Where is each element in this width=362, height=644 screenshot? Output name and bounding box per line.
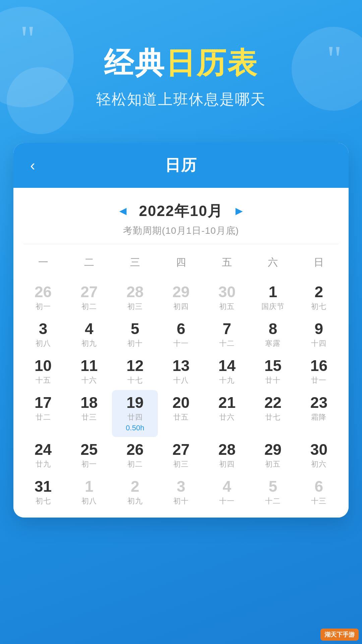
lunar-text: 初五 <box>219 302 235 312</box>
day-number: 22 <box>264 395 282 410</box>
hero-title-part1: 经典 <box>104 46 166 79</box>
weekday-sat: 六 <box>250 252 296 273</box>
calendar-cell[interactable]: 27初三 <box>158 437 204 474</box>
calendar-cell[interactable]: 14十九 <box>204 353 250 390</box>
day-number: 12 <box>126 358 143 373</box>
lunar-text: 寒露 <box>265 338 281 348</box>
lunar-text: 初二 <box>127 459 143 469</box>
calendar-cell[interactable]: 23霜降 <box>296 390 342 437</box>
day-number: 24 <box>35 442 52 457</box>
day-number: 28 <box>219 442 236 457</box>
day-number: 9 <box>315 321 323 336</box>
day-number: 27 <box>172 442 189 457</box>
weekday-sun: 日 <box>296 252 342 273</box>
month-label: 2022年10月 <box>139 201 223 221</box>
day-number: 10 <box>35 358 52 373</box>
calendar-cell[interactable]: 30初六 <box>296 437 342 474</box>
calendar-cell[interactable]: 6十三 <box>296 474 342 511</box>
calendar-cell[interactable]: 2初九 <box>112 474 158 511</box>
calendar-cell[interactable]: 5初十 <box>112 316 158 353</box>
lunar-text: 廿一 <box>311 375 326 385</box>
calendar-cell[interactable]: 30初五 <box>204 279 250 316</box>
lunar-text: 初二 <box>81 302 97 312</box>
calendar-cell[interactable]: 6十一 <box>158 316 204 353</box>
lunar-text: 初十 <box>127 338 143 348</box>
day-number: 6 <box>315 479 323 494</box>
calendar-cell[interactable]: 8寒露 <box>250 316 296 353</box>
calendar-cell[interactable]: 1国庆节 <box>250 279 296 316</box>
day-number: 20 <box>172 395 189 410</box>
calendar-cell[interactable]: 29初四 <box>158 279 204 316</box>
calendar-cell[interactable]: 27初二 <box>66 279 112 316</box>
calendar-cell[interactable]: 7十二 <box>204 316 250 353</box>
calendar-cell[interactable]: 24廿九 <box>20 437 66 474</box>
day-number: 30 <box>310 442 327 457</box>
calendar-wrapper: ‹ 日历 ◄ 2022年10月 ► 考勤周期(10月1日-10月底) 一 二 三… <box>13 143 349 518</box>
calendar-cell[interactable]: 3初八 <box>20 316 66 353</box>
calendar-cell[interactable]: 13十八 <box>158 353 204 390</box>
day-number: 15 <box>264 358 282 373</box>
back-button[interactable]: ‹ <box>30 157 50 174</box>
lunar-text: 廿五 <box>173 412 189 422</box>
lunar-text: 初七 <box>311 302 326 312</box>
next-month-button[interactable]: ► <box>233 204 245 218</box>
calendar-cell[interactable]: 4初九 <box>66 316 112 353</box>
day-number: 26 <box>35 284 52 300</box>
prev-month-button[interactable]: ◄ <box>117 204 129 218</box>
hero-section: " " 经典日历表 轻松知道上班休息是哪天 <box>0 0 362 129</box>
calendar-cell[interactable]: 12十七 <box>112 353 158 390</box>
calendar-cell[interactable]: 5十二 <box>250 474 296 511</box>
calendar-cell[interactable]: 16廿一 <box>296 353 342 390</box>
lunar-text: 廿九 <box>36 459 51 469</box>
weekday-thu: 四 <box>158 252 204 273</box>
calendar-cell[interactable]: 10十五 <box>20 353 66 390</box>
calendar-cell[interactable]: 9十四 <box>296 316 342 353</box>
calendar-cell[interactable]: 28初四 <box>204 437 250 474</box>
day-number: 31 <box>35 479 52 494</box>
calendar-cell[interactable]: 3初十 <box>158 474 204 511</box>
lunar-text: 初九 <box>81 338 97 348</box>
day-number: 29 <box>264 442 282 457</box>
calendar-cell[interactable]: 22廿七 <box>250 390 296 437</box>
calendar-cell[interactable]: 28初三 <box>112 279 158 316</box>
day-number: 26 <box>126 442 143 457</box>
day-number: 21 <box>219 395 236 410</box>
calendar-cell[interactable]: 20廿五 <box>158 390 204 437</box>
day-number: 5 <box>268 479 277 494</box>
calendar-cell[interactable]: 1初八 <box>66 474 112 511</box>
calendar-cell[interactable]: 26初二 <box>112 437 158 474</box>
calendar-cell[interactable]: 31初七 <box>20 474 66 511</box>
attendance-period: 考勤周期(10月1日-10月底) <box>13 224 349 244</box>
lunar-text: 廿十 <box>265 375 281 385</box>
day-number: 16 <box>310 358 327 373</box>
calendar-cell[interactable]: 11十六 <box>66 353 112 390</box>
quote-close-icon: " <box>327 40 342 77</box>
calendar-cell[interactable]: 21廿六 <box>204 390 250 437</box>
day-number: 13 <box>172 358 189 373</box>
day-number: 7 <box>223 321 231 336</box>
lunar-text: 国庆节 <box>261 302 285 312</box>
calendar-cell[interactable]: 18廿三 <box>66 390 112 437</box>
calendar-cell[interactable]: 4十一 <box>204 474 250 511</box>
lunar-text: 廿二 <box>36 412 51 422</box>
calendar-cell[interactable]: 15廿十 <box>250 353 296 390</box>
weekday-fri: 五 <box>204 252 250 273</box>
lunar-text: 初六 <box>311 459 326 469</box>
calendar-cell[interactable]: 26初一 <box>20 279 66 316</box>
calendar-cell[interactable]: 17廿二 <box>20 390 66 437</box>
lunar-text: 十四 <box>311 338 326 348</box>
calendar-cell[interactable]: 25初一 <box>66 437 112 474</box>
quote-open-icon: " <box>20 20 35 57</box>
lunar-text: 初一 <box>36 302 51 312</box>
lunar-text: 初四 <box>219 459 235 469</box>
lunar-text: 初三 <box>173 459 189 469</box>
day-number: 8 <box>268 321 277 336</box>
day-number: 4 <box>85 321 94 336</box>
day-number: 1 <box>85 479 94 494</box>
day-number: 2 <box>131 479 139 494</box>
calendar-cell[interactable]: 19廿四0.50h <box>112 390 158 437</box>
calendar-cell[interactable]: 29初五 <box>250 437 296 474</box>
day-number: 30 <box>219 284 236 300</box>
lunar-text: 十六 <box>81 375 97 385</box>
calendar-cell[interactable]: 2初七 <box>296 279 342 316</box>
